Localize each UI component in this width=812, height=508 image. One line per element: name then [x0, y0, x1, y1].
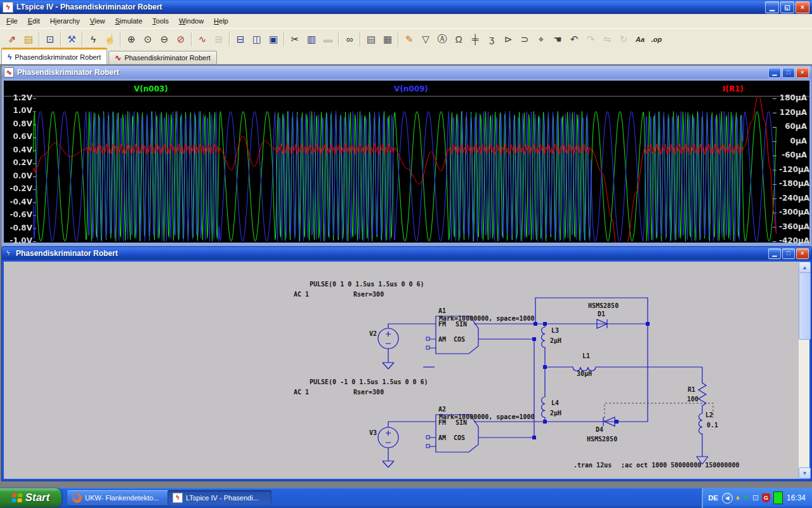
menu-hierarchy[interactable]: Hierarchy	[45, 15, 85, 27]
minimize-icon[interactable]: ▁	[765, 1, 779, 13]
open-folder-icon[interactable]: ▤	[20, 31, 37, 48]
trace-label-V(n003)[interactable]: V(n003)	[134, 84, 168, 93]
zoom-area-icon[interactable]: ⊙	[140, 31, 156, 48]
maximize-icon[interactable]: □	[782, 248, 795, 259]
zoom-out-icon[interactable]: ⊖	[156, 31, 173, 48]
undo-icon[interactable]: ↶	[566, 31, 582, 48]
ground-icon[interactable]: ▽	[417, 31, 434, 48]
cascade-windows-icon[interactable]: ▣	[265, 31, 282, 48]
minimize-icon[interactable]: ▁	[768, 248, 781, 259]
print-preview-icon[interactable]: ▤	[363, 31, 379, 48]
a2-pin-fm: FM	[438, 419, 446, 426]
menu-view[interactable]: View	[85, 15, 110, 27]
start-button[interactable]: Start	[0, 488, 62, 507]
plot-top-border	[4, 96, 809, 97]
schematic-window: ϟ Phasendiskriminator Robert ▁ □ ×	[1, 246, 812, 481]
hide-tray-icons-icon[interactable]: ◀	[722, 493, 733, 504]
left-axis-tick-label: 1.0V	[4, 107, 32, 115]
voltage-source-v3[interactable]	[378, 427, 398, 448]
capacitor-icon[interactable]: ╪	[467, 31, 483, 48]
minimize-icon[interactable]: ▁	[768, 67, 781, 78]
v2-pulse-spec: PULSE(0 1 0 1.5us 1.5us 0 0 6)	[310, 281, 424, 288]
waveform-window: ∿ Phasendiskriminator Robert ▁ □ × V(n00…	[1, 65, 812, 246]
waveform-plot[interactable]	[33, 97, 776, 242]
net-label-icon[interactable]: Ⓐ	[434, 31, 450, 48]
toolbar-separator	[39, 32, 40, 46]
move-icon[interactable]: ⌖	[533, 31, 549, 48]
tile-horizontal-icon[interactable]: ⊟	[232, 31, 249, 48]
restore-icon[interactable]: ◱	[780, 1, 794, 13]
waveform-window-title-bar[interactable]: ∿ Phasendiskriminator Robert ▁ □ ×	[2, 66, 811, 79]
ltspice-icon: ϟ	[173, 493, 183, 503]
cut-icon[interactable]: ✂	[287, 31, 303, 48]
spice-directive-icon[interactable]: .op	[648, 31, 665, 48]
draw-wire-pencil-icon[interactable]: ✎	[401, 31, 417, 48]
menu-tools[interactable]: Tools	[147, 15, 174, 27]
status-indicator-icon[interactable]	[773, 491, 783, 504]
diode-icon[interactable]: ⊳	[500, 31, 516, 48]
a1-ref: A1	[438, 307, 446, 314]
close-icon[interactable]: ×	[796, 1, 809, 13]
voltage-source-v2[interactable]	[378, 328, 398, 349]
find-binoculars-icon[interactable]: ∞	[341, 31, 358, 48]
taskbar-task-firefox[interactable]: UKW- Flankendetekto...	[67, 490, 171, 505]
rotate-icon: ↻	[615, 31, 632, 48]
menu-help[interactable]: Help	[209, 15, 233, 27]
tab-label: Phasendiskriminator Robert	[15, 53, 101, 61]
right-axis-tick-label: -120µA	[779, 166, 807, 174]
resistor-icon[interactable]: Ω	[450, 31, 467, 48]
zoom-fit-icon[interactable]: ⊘	[173, 31, 189, 48]
paste-icon: ▬	[320, 31, 336, 48]
run-icon[interactable]: ϟ	[85, 31, 102, 48]
v3-rser-spec: Rser=300	[353, 389, 384, 396]
scroll-up-icon[interactable]: ▲	[799, 262, 811, 273]
menu-edit[interactable]: Edit	[23, 15, 45, 27]
text-icon[interactable]: Aa	[632, 31, 648, 48]
right-axis-tick-label: -300µA	[779, 208, 807, 217]
left-axis-tick-label: 1.2V	[4, 94, 32, 102]
schematic-canvas[interactable]: PULSE(0 1 0 1.5us 1.5us 0 0 6) AC 1 Rser…	[4, 262, 799, 479]
tab-waveform[interactable]: ∿Phasendiskriminator Robert	[108, 51, 217, 64]
gdata-antivirus-icon[interactable]: G	[762, 493, 770, 502]
component-icon[interactable]: ⊃	[516, 31, 533, 48]
sync-tool-icon[interactable]: ↻	[743, 494, 749, 502]
trace-label-I(R1)[interactable]: I(R1)	[723, 84, 743, 93]
a2-pin-cos: COS	[454, 434, 465, 441]
save-icon[interactable]: ⊡	[42, 31, 58, 48]
schematic-window-title: Phasendiskriminator Robert	[16, 249, 768, 258]
a1-pin-am: AM	[438, 336, 446, 343]
main-title-bar[interactable]: ϟ LTspice IV - Phasendiskriminator Rober…	[0, 0, 812, 14]
close-icon[interactable]: ×	[796, 248, 809, 259]
tran-directive: .tran 12us	[573, 462, 612, 469]
menu-file[interactable]: File	[1, 15, 23, 27]
vertical-scrollbar[interactable]: ▲ ▼	[799, 262, 809, 479]
update-notifier-icon[interactable]: ♦	[736, 494, 740, 502]
new-schematic-icon[interactable]: ⇗	[4, 31, 20, 48]
right-axis-tick-label: -60µA	[779, 151, 807, 159]
autorange-waveform-icon[interactable]: ∿	[194, 31, 211, 48]
maximize-icon[interactable]: □	[782, 67, 795, 78]
language-indicator[interactable]: DE	[708, 494, 717, 502]
mirror-icon: ⇋	[599, 31, 615, 48]
network-wireless-icon[interactable]: ⊡	[752, 494, 759, 502]
trace-label-V(n009)[interactable]: V(n009)	[394, 84, 428, 93]
tile-vertical-icon[interactable]: ◫	[249, 31, 265, 48]
drag-hand-icon[interactable]: ☚	[549, 31, 566, 48]
left-axis-tick-label: 0.8V	[4, 120, 32, 128]
scroll-down-icon[interactable]: ▼	[799, 467, 811, 479]
copy-icon[interactable]: ▥	[303, 31, 320, 48]
start-label: Start	[25, 491, 50, 504]
zoom-in-icon[interactable]: ⊕	[123, 31, 140, 48]
tab-schematic[interactable]: ϟPhasendiskriminator Robert	[1, 48, 107, 64]
menu-simulate[interactable]: Simulate	[110, 15, 147, 27]
inductor-icon[interactable]: ʒ	[483, 31, 500, 48]
taskbar-task-ltspice[interactable]: ϟLTspice IV - Phasendi...	[167, 490, 272, 505]
close-icon[interactable]: ×	[796, 67, 809, 78]
menu-window[interactable]: Window	[174, 15, 209, 27]
print-icon[interactable]: ▦	[379, 31, 396, 48]
scrollbar-thumb[interactable]	[799, 272, 811, 340]
schematic-window-title-bar[interactable]: ϟ Phasendiskriminator Robert ▁ □ ×	[2, 247, 811, 260]
a1-pin-cos: COS	[454, 336, 465, 343]
v3-ac-spec: AC 1	[294, 389, 309, 396]
control-panel-hammer-icon[interactable]: ⚒	[63, 31, 80, 48]
